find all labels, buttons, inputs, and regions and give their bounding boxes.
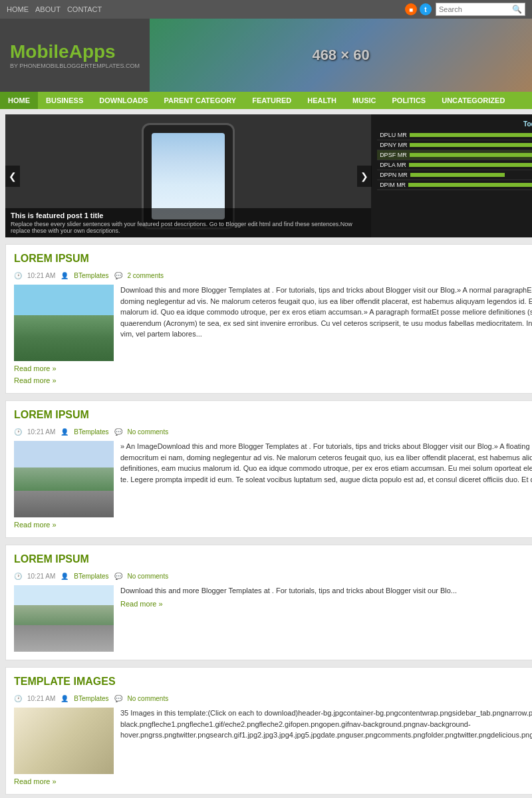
nav-music[interactable]: MUSIC <box>344 92 384 109</box>
post-1-readmore[interactable]: Read more » <box>14 364 57 372</box>
post-3-text: Download this and more Blogger Templates… <box>120 585 532 597</box>
post-4-comments[interactable]: No comments <box>128 695 169 702</box>
post-1-content: Download this and more Blogger Templates… <box>120 286 532 338</box>
post-2-share-row: LOREM IPSUM ✉ B t f <box>14 409 532 424</box>
post-3-comment-icon: 💬 <box>114 573 122 580</box>
post-1: LOREM IPSUM ✉ B t f 🕑 10:21 AM 👤 BTempla… <box>5 244 532 394</box>
post-3-author[interactable]: BTemplates <box>74 573 108 580</box>
post-1-time-icon: 🕑 <box>14 272 22 279</box>
header-logo: MobileApps BY PHONEMOBILBLOGGERTEMPLATES… <box>0 35 150 76</box>
slider-prod-content: Today's Production DPLU MR DPNY MR DPSF … <box>374 118 532 193</box>
slider-screen <box>152 133 225 219</box>
post-2-body: » An ImageDownload this and more Blogger… <box>14 441 532 517</box>
topbar-home[interactable]: HOME <box>7 5 29 13</box>
prod-row-4: DPLA MR <box>377 160 532 170</box>
rss-icon[interactable]: ■ <box>405 3 417 15</box>
content-wrapper: Today's Production DPLU MR DPNY MR DPSF … <box>0 109 532 798</box>
logo-text: MobileApps <box>10 41 140 63</box>
post-3-body: Download this and more Blogger Templates… <box>14 585 532 652</box>
twitter-icon[interactable]: t <box>420 3 432 15</box>
logo-part1: Mobile <box>10 41 69 62</box>
slider-next-arrow[interactable]: ❯ <box>357 166 372 187</box>
post-2-image <box>14 441 114 517</box>
post-3-time-icon: 🕑 <box>14 573 22 580</box>
topbar-social: ■ t <box>405 3 432 15</box>
post-2-title: LOREM IPSUM <box>14 409 89 421</box>
post-2-author[interactable]: BTemplates <box>74 428 108 436</box>
post-2: LOREM IPSUM ✉ B t f 🕑 10:21 AM 👤 BTempla… <box>5 400 532 538</box>
post-3-readmore[interactable]: Read more » <box>120 600 163 608</box>
post-4-body: 35 Images in this template:(Click on eac… <box>14 708 532 774</box>
prod-row-3: DPSF MR 2 <box>377 150 532 160</box>
post-1-time: 10:21 AM <box>27 272 55 279</box>
post-4-time-icon: 🕑 <box>14 695 22 702</box>
post-4-text: 35 Images in this template:(Click on eac… <box>120 708 532 774</box>
topbar-contact[interactable]: CONTACT <box>67 5 102 13</box>
post-2-comments[interactable]: No comments <box>128 428 169 436</box>
post-1-author[interactable]: BTemplates <box>74 272 108 279</box>
nav-uncategorized[interactable]: UNCATEGORIZED <box>434 92 513 109</box>
featured-slider: Today's Production DPLU MR DPNY MR DPSF … <box>5 114 532 237</box>
topbar-right: ■ t 🔍 <box>405 3 525 16</box>
post-1-title: LOREM IPSUM <box>14 253 89 265</box>
logo-sub: BY PHONEMOBILBLOGGERTEMPLATES.COM <box>10 63 140 69</box>
nav-politics[interactable]: POLITICS <box>384 92 434 109</box>
post-1-comment-icon: 💬 <box>114 272 122 279</box>
nav-home[interactable]: HOME <box>0 92 38 109</box>
header: MobileApps BY PHONEMOBILBLOGGERTEMPLATES… <box>0 19 532 92</box>
post-3-content: Download this and more Blogger Templates… <box>120 587 457 595</box>
main-content: Today's Production DPLU MR DPNY MR DPSF … <box>5 114 532 798</box>
nav-parent-category[interactable]: PARENT CATEGORY <box>156 92 245 109</box>
post-3-image <box>14 585 114 652</box>
nav-business[interactable]: BUSINESS <box>38 92 91 109</box>
banner-size-text: 468 × 60 <box>312 47 369 64</box>
post-3-time: 10:21 AM <box>27 573 55 580</box>
post-4-image <box>14 708 114 774</box>
post-4-comment-icon: 💬 <box>114 695 122 702</box>
post-2-time: 10:21 AM <box>27 428 55 436</box>
logo-part2: Apps <box>69 41 116 62</box>
topbar-links: HOME ABOUT CONTACT <box>7 5 108 13</box>
slider-caption-desc: Replace these every slider sentences wit… <box>11 221 366 234</box>
post-1-text: Download this and more Blogger Templates… <box>120 285 532 361</box>
slider-prev-arrow[interactable]: ❮ <box>5 166 20 187</box>
post-2-meta: 🕑 10:21 AM 👤 BTemplates 💬 No comments <box>14 428 532 436</box>
search-icon[interactable]: 🔍 <box>512 5 522 14</box>
post-2-author-icon: 👤 <box>61 428 68 436</box>
post-4-title: TEMPLATE IMAGES <box>14 676 116 688</box>
prod-row-6: DPIM MR <box>377 180 532 190</box>
search-input[interactable] <box>439 5 512 13</box>
post-2-text: » An ImageDownload this and more Blogger… <box>120 441 532 517</box>
header-banner: 468 × 60 <box>150 19 532 92</box>
post-2-comment-icon: 💬 <box>114 428 122 436</box>
post-3-comments[interactable]: No comments <box>128 573 169 580</box>
slider-production: Today's Production DPLU MR DPNY MR DPSF … <box>371 114 532 237</box>
post-1-author-icon: 👤 <box>61 272 68 279</box>
prod-row-5: DPPN MR <box>377 170 532 180</box>
nav-downloads[interactable]: DOWNLOADS <box>91 92 156 109</box>
post-4-time: 10:21 AM <box>27 695 55 702</box>
post-3-text-area: Download this and more Blogger Templates… <box>120 585 532 652</box>
post-2-content: » An ImageDownload this and more Blogger… <box>120 442 532 483</box>
post-3: LOREM IPSUM ✉ B t f 🕑 10:21 AM 👤 BTempla… <box>5 545 532 660</box>
nav-featured[interactable]: FEATURED <box>244 92 299 109</box>
post-1-body: Download this and more Blogger Templates… <box>14 285 532 361</box>
nav-health[interactable]: HEALTH <box>299 92 344 109</box>
post-4: TEMPLATE IMAGES ✉ B t f 🕑 10:21 AM 👤 BTe… <box>5 667 532 795</box>
post-3-title: LOREM IPSUM <box>14 553 89 565</box>
post-2-readmore[interactable]: Read more » <box>14 521 57 529</box>
topbar-about[interactable]: ABOUT <box>35 5 61 13</box>
post-2-time-icon: 🕑 <box>14 428 22 436</box>
post-4-readmore[interactable]: Read more » <box>14 777 57 785</box>
post-3-meta: 🕑 10:21 AM 👤 BTemplates 💬 No comments <box>14 573 532 580</box>
search-box[interactable]: 🔍 <box>436 3 525 16</box>
post-4-author[interactable]: BTemplates <box>74 695 108 702</box>
post-3-share-row: LOREM IPSUM ✉ B t f <box>14 553 532 569</box>
post-1-readmore2[interactable]: Read more » <box>14 376 57 384</box>
post-1-comments[interactable]: 2 comments <box>128 272 164 279</box>
post-1-image <box>14 285 114 361</box>
post-4-author-icon: 👤 <box>61 695 68 702</box>
slider-caption-title: This is featured post 1 title <box>11 211 366 219</box>
main-navigation: HOME BUSINESS DOWNLOADS PARENT CATEGORY … <box>0 92 532 109</box>
post-1-meta: 🕑 10:21 AM 👤 BTemplates 💬 2 comments <box>14 272 532 279</box>
